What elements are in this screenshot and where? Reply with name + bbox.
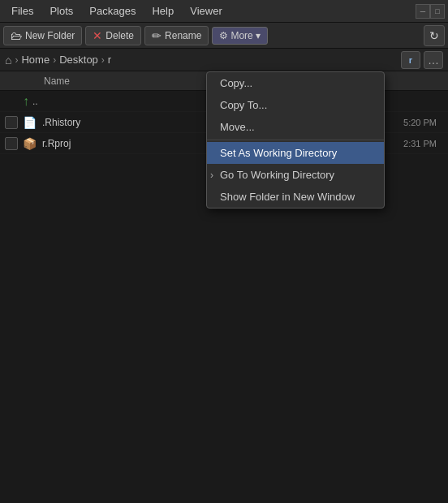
file-checkbox[interactable] (5, 116, 18, 129)
maximize-button[interactable]: □ (430, 4, 445, 19)
breadcrumb-home[interactable]: Home (21, 54, 50, 66)
menu-item-show-folder[interactable]: Show Folder in New Window (207, 186, 384, 208)
menu-item-set-working-dir[interactable]: Set As Working Directory (207, 142, 384, 164)
up-arrow-icon: ↑ (23, 94, 29, 109)
menu-help[interactable]: Help (144, 2, 182, 20)
menu-packages[interactable]: Packages (81, 2, 144, 20)
new-folder-icon: 🗁 (11, 29, 22, 42)
refresh-button[interactable]: ↻ (424, 25, 445, 46)
home-icon: ⌂ (5, 54, 11, 67)
menu-bar: Files Plots Packages Help Viewer ─ □ (0, 0, 448, 23)
file-icon: 📄 (23, 116, 39, 129)
toolbar: 🗁 New Folder ✕ Delete ✏ Rename ⚙ More ▾ … (0, 23, 448, 49)
menu-item-copy-to[interactable]: Copy To... (207, 94, 384, 116)
submenu-arrow-icon: › (210, 170, 213, 181)
new-folder-button[interactable]: 🗁 New Folder (3, 26, 82, 45)
file-icon: 📦 (23, 137, 39, 150)
breadcrumb-desktop[interactable]: Desktop (59, 54, 98, 66)
delete-button[interactable]: ✕ Delete (85, 26, 141, 45)
menu-plots[interactable]: Plots (41, 2, 81, 20)
menu-item-move[interactable]: Move... (207, 116, 384, 138)
menu-files[interactable]: Files (3, 2, 41, 20)
main-content: Name ↑ .. 📄 .Rhistory 5:20 PM 📦 r.Rproj … (0, 71, 448, 503)
minimize-button[interactable]: ─ (416, 4, 430, 19)
dropdown-menu: Copy... Copy To... Move... Set As Workin… (206, 71, 385, 209)
menu-item-copy[interactable]: Copy... (207, 72, 384, 94)
delete-icon: ✕ (93, 29, 102, 42)
files-icon-button[interactable]: r (401, 51, 420, 69)
menu-item-goto-working-dir[interactable]: › Go To Working Directory (207, 164, 384, 186)
rename-icon: ✏ (152, 29, 162, 42)
up-label: .. (32, 96, 38, 107)
gear-icon: ⚙ (219, 30, 228, 41)
more-button[interactable]: ⚙ More ▾ (212, 27, 267, 45)
menu-viewer[interactable]: Viewer (182, 2, 230, 20)
more-options-button[interactable]: … (424, 51, 443, 69)
dropdown-separator (207, 140, 384, 140)
file-checkbox[interactable] (5, 137, 18, 150)
rename-button[interactable]: ✏ Rename (144, 26, 209, 45)
breadcrumb-r[interactable]: r (108, 54, 111, 66)
breadcrumb-bar: ⌂ › Home › Desktop › r r … (0, 49, 448, 71)
more-arrow-icon: ▾ (256, 30, 261, 41)
